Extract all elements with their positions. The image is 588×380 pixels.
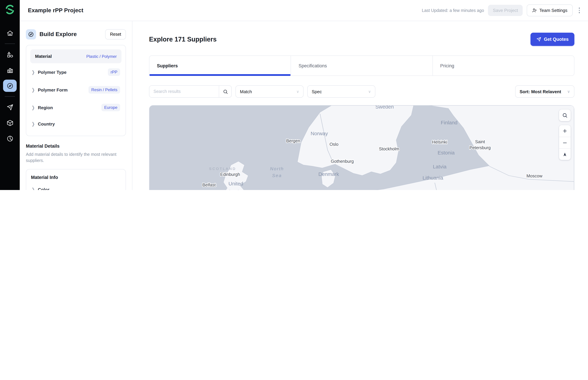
map-label: Oslo bbox=[330, 142, 338, 147]
map-label: Moscow bbox=[526, 174, 542, 178]
map-label: Belfast bbox=[203, 183, 216, 188]
map-label: Stockholm bbox=[379, 147, 399, 151]
filter-value-chip: Resin / Pellets bbox=[89, 86, 120, 94]
zoom-out-button[interactable] bbox=[559, 137, 571, 149]
tab-pricing[interactable]: Pricing bbox=[433, 56, 574, 76]
reset-button[interactable]: Reset bbox=[105, 29, 126, 39]
filters-card: Material Plastic / Polymer ❯Polymer Type… bbox=[26, 45, 126, 136]
app-screen: Example rPP Project Last Updated: a few … bbox=[0, 0, 588, 190]
pie-chart-icon[interactable] bbox=[3, 132, 17, 145]
user-plus-icon bbox=[532, 8, 537, 13]
filter-label: Polymer Form bbox=[38, 87, 68, 92]
spec-select[interactable]: Spec ∨ bbox=[307, 86, 375, 98]
toolbar: Match ∨ Spec ∨ Sort: Most Relavent ∨ bbox=[149, 86, 574, 98]
map-label: Estonia bbox=[437, 150, 455, 156]
sidebar-title: Build Explore bbox=[39, 31, 77, 38]
sort-select[interactable]: Sort: Most Relavent ∨ bbox=[515, 86, 574, 98]
map-label: Denmark bbox=[318, 171, 339, 177]
more-menu-icon[interactable] bbox=[577, 6, 582, 15]
chevron-right-icon: ❯ bbox=[32, 69, 35, 75]
chevron-right-icon: ❯ bbox=[32, 105, 35, 110]
filter-country[interactable]: ❯Country bbox=[30, 116, 121, 132]
material-info-list: ❯Color❯GradeFood Grade❯Quantity> 10k mt bbox=[30, 182, 121, 190]
map-label: North bbox=[270, 166, 284, 171]
filter-polymer-type[interactable]: ❯Polymer TyperPP bbox=[30, 63, 121, 81]
map-label: Edinburgh bbox=[220, 172, 240, 177]
map-label: Latvia bbox=[433, 164, 446, 170]
brand-logo-icon[interactable] bbox=[4, 3, 16, 16]
search-box bbox=[149, 86, 232, 98]
bar-chart-icon[interactable] bbox=[3, 64, 17, 76]
filter-label: Color bbox=[38, 187, 49, 190]
search-input[interactable] bbox=[149, 86, 219, 97]
search-icon[interactable] bbox=[219, 86, 231, 97]
match-select[interactable]: Match ∨ bbox=[235, 86, 303, 98]
material-details-title: Material Details bbox=[26, 144, 126, 149]
send-icon bbox=[536, 37, 541, 42]
map-label: Kingdom bbox=[226, 189, 246, 190]
filter-label: Polymer Type bbox=[38, 70, 67, 75]
map-label: Bergen bbox=[286, 139, 300, 143]
locate-button[interactable] bbox=[559, 149, 571, 160]
get-quotes-button[interactable]: Get Quotes bbox=[531, 33, 574, 46]
team-settings-button[interactable]: Team Settings bbox=[527, 4, 572, 16]
send-icon[interactable] bbox=[3, 101, 17, 113]
rail-divider bbox=[5, 43, 15, 44]
page-title: Explore 171 Suppliers bbox=[149, 36, 217, 43]
filter-value-chip: rPP bbox=[108, 68, 120, 76]
supplier-map[interactable]: SwedenFinlandNorwayEstoniaLatviaLithuani… bbox=[149, 105, 574, 190]
build-explore-sidebar: Build Explore Reset Material Plastic / P… bbox=[20, 21, 132, 190]
chevron-right-icon: ❯ bbox=[32, 187, 35, 190]
chevron-down-icon: ∨ bbox=[296, 90, 299, 94]
shapes-icon[interactable] bbox=[3, 48, 17, 60]
material-info-card: Material Info ❯Color❯GradeFood Grade❯Qua… bbox=[26, 169, 126, 190]
map-label: Finland bbox=[441, 120, 457, 126]
save-project-button[interactable]: Save Project bbox=[488, 5, 523, 16]
map-label: Sweden bbox=[375, 106, 394, 110]
filter-list: ❯Polymer TyperPP❯Polymer FormResin / Pel… bbox=[30, 63, 121, 132]
tab-bar: SuppliersSpecificationsPricing bbox=[149, 56, 574, 76]
tab-specifications[interactable]: Specifications bbox=[291, 56, 433, 76]
main-content: Explore 171 Suppliers Get Quotes Supplie… bbox=[132, 21, 588, 190]
compass-icon[interactable] bbox=[3, 80, 17, 92]
filter-material[interactable]: Material Plastic / Polymer bbox=[30, 49, 121, 63]
filter-label: Country bbox=[38, 121, 55, 127]
map-label: Saint bbox=[475, 139, 485, 144]
filter-value-chip: Europe bbox=[102, 104, 120, 111]
map-label: Lithuania bbox=[422, 175, 443, 181]
nav-rail bbox=[0, 0, 20, 190]
filter-polymer-form[interactable]: ❯Polymer FormResin / Pellets bbox=[30, 81, 121, 99]
map-label: United bbox=[228, 181, 243, 187]
map-search-button[interactable] bbox=[559, 110, 571, 121]
rail-divider bbox=[5, 96, 15, 97]
chevron-down-icon: ∨ bbox=[567, 90, 570, 94]
zoom-in-button[interactable] bbox=[559, 125, 571, 137]
filter-material-value: Plastic / Polymer bbox=[86, 54, 117, 59]
map-zoom-controls bbox=[559, 125, 571, 160]
material-details-description: Add material details to identify the mos… bbox=[26, 152, 126, 164]
filter-region[interactable]: ❯RegionEurope bbox=[30, 99, 121, 116]
chevron-right-icon: ❯ bbox=[32, 87, 35, 93]
map-label: SCOTLAND bbox=[209, 167, 236, 171]
map-label: Gothenburg bbox=[331, 159, 354, 164]
topbar: Example rPP Project Last Updated: a few … bbox=[20, 0, 588, 21]
package-icon[interactable] bbox=[3, 117, 17, 129]
filter-label: Region bbox=[38, 105, 53, 110]
material-info-color[interactable]: ❯Color bbox=[30, 182, 121, 190]
project-title: Example rPP Project bbox=[28, 7, 83, 14]
home-icon[interactable] bbox=[3, 27, 17, 39]
map-label: Sea bbox=[272, 173, 282, 178]
chevron-down-icon: ∨ bbox=[368, 90, 371, 94]
map-label: Norway bbox=[311, 131, 328, 136]
last-updated-text: Last Updated: a few minutes ago bbox=[422, 8, 484, 13]
chevron-right-icon: ❯ bbox=[32, 121, 35, 127]
tab-suppliers[interactable]: Suppliers bbox=[149, 56, 291, 76]
map-label: Helsinki bbox=[432, 140, 447, 145]
map-label: Petersburg bbox=[469, 145, 491, 150]
compass-badge-icon bbox=[26, 29, 36, 39]
